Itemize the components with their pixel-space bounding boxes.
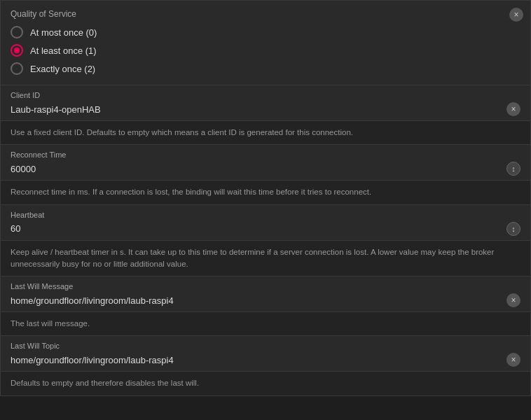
reconnect-time-input[interactable] <box>11 162 502 176</box>
radio-circle-qos2 <box>11 62 23 75</box>
last-will-message-clear-button[interactable]: × <box>506 293 520 307</box>
last-will-message-section: Last Will Message × <box>0 276 531 312</box>
last-will-message-input[interactable] <box>11 294 502 307</box>
heartbeat-input[interactable] <box>11 222 502 235</box>
last-will-topic-label: Last Will Topic <box>11 342 520 350</box>
last-will-message-input-row: × <box>11 293 520 307</box>
reconnect-time-input-row: ↕ <box>11 162 520 176</box>
heartbeat-description: Keep alive / heartbeat timer in s. It ca… <box>0 241 531 277</box>
last-will-topic-input[interactable] <box>11 354 502 367</box>
last-will-topic-section: Last Will Topic × <box>0 336 531 372</box>
last-will-topic-input-row: × <box>11 353 520 367</box>
last-will-topic-description: Defaults to empty and therefore disables… <box>0 372 531 396</box>
client-id-input[interactable] <box>11 103 502 116</box>
qos-header: Quality of Service <box>11 9 520 19</box>
radio-label-qos1: At least once (1) <box>30 46 97 56</box>
heartbeat-spinner[interactable]: ↕ <box>506 222 520 236</box>
client-id-label: Client ID <box>11 91 520 99</box>
reconnect-time-section: Reconnect Time ↕ <box>0 145 531 181</box>
radio-circle-qos0 <box>11 26 23 38</box>
client-id-description: Use a fixed client ID. Defaults to empty… <box>0 121 531 145</box>
radio-circle-qos1 <box>11 44 23 57</box>
qos-radio-group: At most once (0) At least once (1) Exact… <box>11 26 520 75</box>
client-id-input-row: × <box>11 102 520 116</box>
reconnect-time-label: Reconnect Time <box>11 150 520 159</box>
last-will-message-label: Last Will Message <box>11 282 520 290</box>
client-id-clear-button[interactable]: × <box>506 102 520 116</box>
radio-label-qos0: At most once (0) <box>30 27 97 38</box>
radio-item-qos2[interactable]: Exactly once (2) <box>11 62 520 75</box>
radio-item-qos1[interactable]: At least once (1) <box>11 44 520 57</box>
heartbeat-section: Heartbeat ↕ <box>0 205 531 241</box>
radio-item-qos0[interactable]: At most once (0) <box>11 26 520 38</box>
radio-label-qos2: Exactly once (2) <box>30 64 95 74</box>
qos-close-button[interactable]: × <box>509 8 523 22</box>
reconnect-time-description: Reconnect time in ms. If a connection is… <box>0 181 531 204</box>
qos-section: Quality of Service × At most once (0) At… <box>0 0 531 85</box>
last-will-topic-clear-button[interactable]: × <box>506 353 520 367</box>
heartbeat-input-row: ↕ <box>11 222 520 236</box>
reconnect-time-spinner[interactable]: ↕ <box>506 162 520 176</box>
heartbeat-label: Heartbeat <box>11 211 520 219</box>
settings-container: Quality of Service × At most once (0) At… <box>0 0 531 396</box>
client-id-section: Client ID × <box>0 85 531 121</box>
last-will-message-description: The last will message. <box>0 312 531 336</box>
